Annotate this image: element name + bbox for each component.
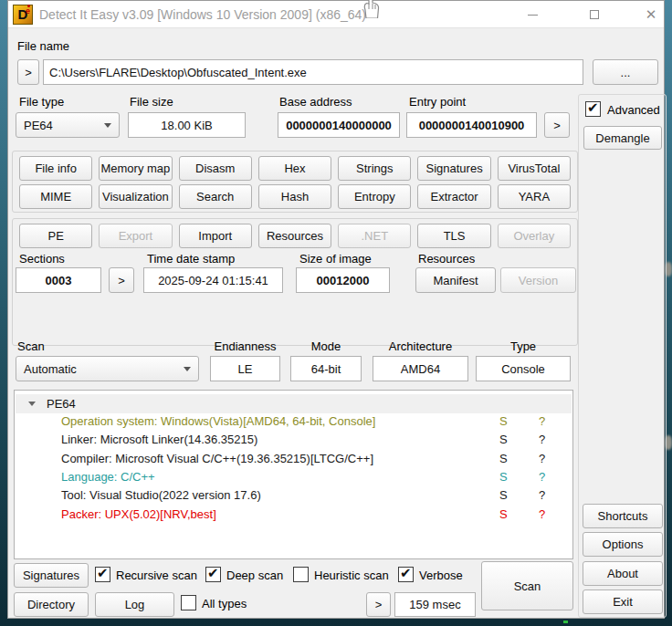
endianness-label: Endianness — [210, 339, 280, 353]
sections-goto-button[interactable]: > — [109, 267, 134, 293]
result-info-link[interactable]: ? — [539, 414, 545, 428]
virustotal-button[interactable]: VirusTotal — [498, 156, 571, 181]
shortcuts-button[interactable]: Shortcuts — [583, 504, 663, 528]
signatures-options-button[interactable]: Signatures — [14, 563, 89, 588]
minimize-button[interactable] — [518, 1, 547, 28]
scan-results-list[interactable]: PE64 Operation system: Windows(Vista)[AM… — [14, 390, 573, 559]
result-row[interactable]: Tool: Visual Studio(2022 version 17.6)S? — [15, 488, 572, 506]
entry-point-field[interactable]: 0000000140010900 — [406, 112, 537, 138]
result-row[interactable]: Operation system: Windows(Vista)[AMD64, … — [15, 414, 572, 433]
signatures-button[interactable]: Signatures — [417, 156, 490, 181]
directory-button[interactable]: Directory — [14, 592, 89, 617]
result-signature-link[interactable]: S — [499, 433, 508, 446]
search-button[interactable]: Search — [179, 184, 252, 209]
recursive-scan-checkbox[interactable] — [95, 567, 110, 582]
type-label: Type — [476, 339, 571, 353]
options-button[interactable]: Options — [583, 532, 663, 557]
result-signature-link[interactable]: S — [499, 414, 508, 428]
time-date-stamp-field[interactable]: 2025-09-24 01:15:41 — [143, 267, 283, 293]
hex-button[interactable]: Hex — [258, 156, 331, 181]
result-signature-link[interactable]: S — [499, 507, 508, 521]
result-row[interactable]: Packer: UPX(5.02)[NRV,best]S? — [15, 507, 572, 526]
result-signature-link[interactable]: S — [499, 470, 508, 484]
desktop-background: D e Detect It Easy v3.09 [Windows 10 Ver… — [0, 0, 672, 626]
architecture-label: Architecture — [373, 339, 468, 353]
hash-button[interactable]: Hash — [258, 184, 331, 209]
entry-point-label: Entry point — [409, 95, 466, 109]
import-button[interactable]: Import — [179, 224, 252, 248]
file-path-input[interactable] — [43, 59, 583, 85]
strings-button[interactable]: Strings — [338, 156, 411, 181]
mime-button[interactable]: MIME — [19, 184, 92, 209]
close-button[interactable]: ✕ — [636, 1, 666, 28]
entry-point-goto-button[interactable]: > — [544, 112, 570, 138]
result-info-link[interactable]: ? — [539, 507, 545, 521]
result-root-label: PE64 — [47, 397, 76, 411]
base-address-field[interactable]: 0000000140000000 — [278, 112, 400, 138]
chevron-down-icon — [104, 123, 111, 128]
about-button[interactable]: About — [583, 561, 663, 586]
chevron-down-icon — [184, 367, 191, 371]
logo-dot — [27, 5, 30, 7]
maximize-button[interactable] — [580, 1, 609, 28]
all-types-checkbox[interactable] — [181, 595, 196, 610]
browse-button[interactable]: ... — [593, 59, 658, 85]
file-size-label: File size — [130, 95, 173, 109]
result-text: Operation system: Windows(Vista)[AMD64, … — [61, 414, 375, 428]
disasm-button[interactable]: Disasm — [179, 156, 252, 181]
architecture-field[interactable]: AMD64 — [373, 356, 468, 381]
tree-collapse-icon[interactable] — [28, 402, 36, 406]
file-type-combo[interactable]: PE64 — [16, 112, 120, 138]
verbose-label: Verbose — [419, 569, 463, 582]
result-info-link[interactable]: ? — [539, 433, 545, 446]
result-info-link[interactable]: ? — [539, 452, 545, 465]
scan-button[interactable]: Scan — [481, 561, 573, 610]
result-info-link[interactable]: ? — [539, 488, 545, 502]
file-open-button[interactable]: > — [17, 59, 39, 85]
pe-button[interactable]: PE — [19, 224, 92, 248]
advanced-label: Advanced — [607, 103, 660, 117]
heuristic-scan-checkbox[interactable] — [293, 567, 309, 582]
title-bar[interactable]: D e Detect It Easy v3.09 [Windows 10 Ver… — [8, 1, 664, 28]
size-of-image-label: Size of image — [299, 252, 372, 266]
verbose-checkbox[interactable] — [398, 567, 414, 582]
result-row[interactable]: Compiler: Microsoft Visual C/C++(19.36.3… — [15, 452, 572, 470]
advanced-checkbox[interactable] — [585, 101, 601, 117]
scan-method-value: Automatic — [24, 362, 77, 376]
deep-scan-checkbox[interactable] — [205, 567, 221, 582]
resources-button[interactable]: Resources — [258, 224, 331, 248]
exit-button[interactable]: Exit — [583, 589, 663, 614]
scan-options-button[interactable]: > — [366, 592, 391, 617]
result-info-link[interactable]: ? — [539, 470, 545, 484]
minimize-icon — [528, 15, 538, 16]
desktop-artifact — [563, 621, 568, 623]
result-signature-link[interactable]: S — [499, 488, 508, 502]
result-signature-link[interactable]: S — [499, 452, 508, 465]
export-button: Export — [99, 224, 172, 248]
demangle-button[interactable]: Demangle — [583, 126, 662, 150]
yara-button[interactable]: YARA — [498, 184, 571, 209]
scan-method-combo[interactable]: Automatic — [16, 356, 199, 381]
sections-field[interactable]: 0003 — [16, 267, 101, 293]
scan-label: Scan — [17, 339, 45, 353]
extractor-button[interactable]: Extractor — [417, 184, 490, 209]
result-row[interactable]: Linker: Microsoft Linker(14.36.35215)S? — [15, 433, 572, 451]
manifest-button[interactable]: Manifest — [415, 267, 496, 293]
file-type-label: File type — [19, 95, 64, 109]
result-root-row[interactable]: PE64 — [16, 394, 572, 413]
visualization-button[interactable]: Visualization — [99, 184, 172, 209]
endianness-field[interactable]: LE — [210, 356, 280, 381]
size-of-image-field[interactable]: 00012000 — [296, 267, 390, 293]
file-size-field[interactable]: 18.00 KiB — [128, 112, 246, 138]
tls-button[interactable]: TLS — [417, 224, 490, 248]
overlay-button: Overlay — [498, 224, 571, 248]
memory-map-button[interactable]: Memory map — [99, 156, 172, 181]
type-field[interactable]: Console — [476, 356, 571, 381]
entropy-button[interactable]: Entropy — [338, 184, 411, 209]
mode-field[interactable]: 64-bit — [290, 356, 362, 381]
all-types-label: All types — [202, 597, 247, 610]
file-info-button[interactable]: File info — [19, 156, 92, 181]
log-button[interactable]: Log — [95, 592, 174, 617]
result-row[interactable]: Language: C/C++S? — [15, 470, 572, 488]
result-text: Linker: Microsoft Linker(14.36.35215) — [61, 433, 257, 446]
